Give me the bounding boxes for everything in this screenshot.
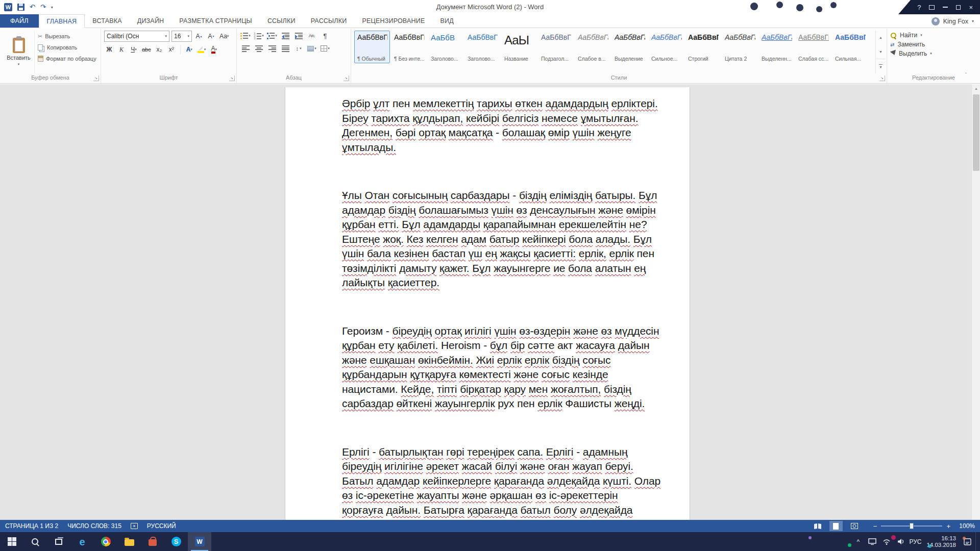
show-marks-button[interactable]: ¶: [320, 31, 331, 41]
web-layout-button[interactable]: [848, 521, 861, 531]
paste-button[interactable]: Вставить ▾: [3, 31, 35, 73]
tab-review[interactable]: РЕЦЕНЗИРОВАНИЕ: [354, 14, 432, 28]
display-icon[interactable]: [866, 532, 878, 551]
style-item-subtitle[interactable]: АаБбВвГПодзагол...: [538, 31, 574, 63]
bold-button[interactable]: Ж: [104, 44, 114, 55]
restore-icon[interactable]: [956, 5, 961, 10]
numbering-button[interactable]: 123▾: [253, 31, 264, 41]
style-item-quote2[interactable]: АаБбВвГгЦитата 2: [722, 31, 757, 63]
style-item-intense-emphasis[interactable]: АаБбВвГгСильное...: [648, 31, 684, 63]
style-item-intense-quote[interactable]: АаБбВвГгВыделенн...: [758, 31, 794, 63]
format-painter-button[interactable]: Формат по образцу: [38, 54, 96, 63]
align-center-button[interactable]: [253, 43, 264, 54]
taskbar-word[interactable]: W: [188, 532, 211, 551]
style-item-intense-reference[interactable]: АаБбВвГгСильная...: [832, 31, 868, 63]
align-right-button[interactable]: [266, 43, 278, 54]
zoom-level[interactable]: 100%: [954, 522, 975, 530]
styles-dialog-launcher-icon[interactable]: [879, 76, 885, 81]
language-indicator[interactable]: РУССКИЙ: [147, 522, 176, 530]
style-item-emphasis[interactable]: АаБбВвГгВыделение: [611, 31, 647, 63]
decrease-indent-button[interactable]: [280, 31, 291, 41]
multilevel-list-button[interactable]: ▾: [266, 31, 278, 41]
highlight-color-button[interactable]: ▾: [197, 44, 207, 55]
tab-home[interactable]: ГЛАВНАЯ: [39, 14, 85, 28]
style-item-strong[interactable]: АаБбВвГгСтрогий: [685, 31, 721, 63]
italic-button[interactable]: К: [116, 44, 127, 55]
ribbon-display-options-icon[interactable]: [929, 5, 935, 10]
gallery-up-icon[interactable]: ▲: [876, 31, 886, 45]
replace-button[interactable]: ⇄ Заменить: [890, 41, 977, 48]
gallery-down-icon[interactable]: ▼: [876, 45, 886, 59]
tab-view[interactable]: ВИД: [432, 14, 461, 28]
find-button[interactable]: Найти ▾: [890, 32, 977, 39]
document-page[interactable]: Әрбір ұлт пен мемлекеттің тарихы өткен а…: [285, 87, 690, 520]
shading-button[interactable]: ▾: [306, 43, 317, 54]
clipboard-dialog-launcher-icon[interactable]: [93, 76, 99, 81]
page-indicator[interactable]: СТРАНИЦА 1 ИЗ 2: [5, 522, 58, 530]
vertical-scrollbar[interactable]: ▲: [971, 84, 980, 520]
font-color-button[interactable]: А▾: [209, 44, 219, 55]
show-desktop-button[interactable]: [975, 532, 979, 551]
style-item-subtle-reference[interactable]: АаБбВвГгСлабая сс...: [795, 31, 831, 63]
print-layout-button[interactable]: [829, 521, 843, 531]
strikethrough-button[interactable]: abc: [141, 44, 152, 55]
borders-button[interactable]: ▾: [320, 43, 331, 54]
zoom-slider-thumb[interactable]: [910, 523, 914, 529]
font-name-combobox[interactable]: Calibri (Осн▾: [104, 31, 169, 42]
zoom-in-icon[interactable]: +: [946, 522, 950, 530]
align-left-button[interactable]: [240, 43, 251, 54]
style-item-heading2[interactable]: АаБбВвГЗаголово...: [464, 31, 500, 63]
read-mode-button[interactable]: [811, 521, 824, 531]
volume-icon[interactable]: [895, 532, 907, 551]
subscript-button[interactable]: x₂: [154, 44, 164, 55]
font-dialog-launcher-icon[interactable]: [229, 76, 235, 81]
text-effects-button[interactable]: А▾: [184, 44, 194, 55]
superscript-button[interactable]: x²: [166, 44, 177, 55]
zoom-out-icon[interactable]: −: [873, 522, 877, 530]
justify-button[interactable]: [280, 43, 291, 54]
increase-indent-button[interactable]: [293, 31, 304, 41]
gallery-more-icon[interactable]: ▼: [876, 59, 886, 73]
zoom-slider[interactable]: [881, 525, 942, 527]
tab-file[interactable]: ФАЙЛ: [0, 14, 39, 28]
bullets-button[interactable]: ▾: [240, 31, 251, 41]
taskbar-file-explorer[interactable]: [117, 532, 141, 551]
style-item-title[interactable]: АаЫНазвание: [501, 31, 537, 63]
underline-button[interactable]: Ч▾: [129, 44, 139, 55]
select-button[interactable]: Выделить ▾: [890, 50, 977, 57]
tab-design[interactable]: ДИЗАЙН: [130, 14, 172, 28]
style-item-subtle-emphasis[interactable]: АаБбВвГгСлабое в...: [575, 31, 610, 63]
close-icon[interactable]: ×: [969, 4, 973, 11]
input-language-indicator[interactable]: РУС: [909, 532, 921, 551]
hidden-icons-button[interactable]: ^: [852, 532, 864, 551]
sort-button[interactable]: Ая: [306, 31, 317, 41]
scroll-up-icon[interactable]: ▲: [972, 84, 980, 93]
task-view-button[interactable]: [47, 532, 70, 551]
word-count[interactable]: ЧИСЛО СЛОВ: 315: [67, 522, 121, 530]
start-button[interactable]: [0, 532, 23, 551]
style-item-normal[interactable]: АаБбВвГг¶ Обычный: [354, 31, 390, 63]
taskbar-chrome[interactable]: [94, 532, 117, 551]
paragraph-dialog-launcher-icon[interactable]: [344, 76, 349, 81]
tab-insert[interactable]: ВСТАВКА: [85, 14, 129, 28]
cut-button[interactable]: ✂ Вырезать: [38, 32, 96, 41]
grow-font-button[interactable]: А: [194, 31, 204, 41]
account-area[interactable]: King Fox ▾: [932, 14, 974, 28]
taskbar-skype[interactable]: S: [164, 532, 188, 551]
tab-mailings[interactable]: РАССЫЛКИ: [303, 14, 355, 28]
scrollbar-thumb[interactable]: [973, 94, 979, 171]
spellcheck-icon[interactable]: [131, 523, 138, 529]
shrink-font-button[interactable]: А: [206, 31, 216, 41]
tab-page-layout[interactable]: РАЗМЕТКА СТРАНИЦЫ: [172, 14, 260, 28]
taskbar-store[interactable]: [141, 532, 164, 551]
taskbar-search-button[interactable]: [23, 532, 47, 551]
style-item-no-spacing[interactable]: АаБбВвГг¶ Без инте...: [391, 31, 427, 63]
line-spacing-button[interactable]: ▾: [293, 43, 304, 54]
change-case-button[interactable]: Аа▾: [218, 31, 230, 41]
minimize-icon[interactable]: [943, 7, 948, 8]
style-item-heading1[interactable]: АаБбВЗаголово...: [428, 31, 463, 63]
tab-references[interactable]: ССЫЛКИ: [260, 14, 303, 28]
copy-button[interactable]: Копировать: [38, 43, 96, 52]
collapse-ribbon-icon[interactable]: ˆ: [965, 72, 967, 78]
font-size-combobox[interactable]: 16▾: [172, 31, 192, 42]
